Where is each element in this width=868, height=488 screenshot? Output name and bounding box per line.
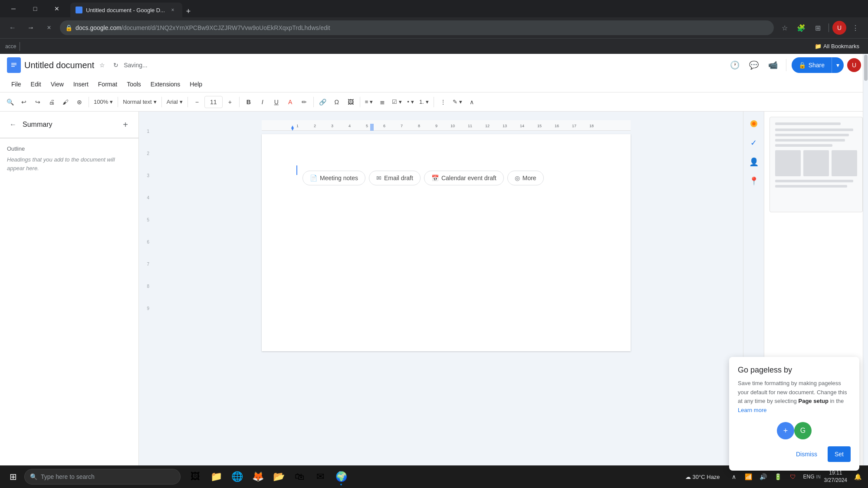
window-controls: ─ □ ✕ [3, 2, 67, 16]
menu-edit[interactable]: Edit [26, 78, 46, 90]
dismiss-button[interactable]: Dismiss [789, 446, 824, 462]
style-selector[interactable]: Normal text ▾ [121, 96, 158, 108]
security-button[interactable]: 🛡 [786, 470, 800, 484]
user-account-avatar[interactable]: U [847, 58, 861, 72]
notification-button[interactable]: 🔔 [851, 470, 865, 484]
search-toolbar-button[interactable]: 🔍 [3, 96, 16, 109]
sidebar-toggle-button[interactable]: ⊞ [810, 20, 825, 35]
hidden-icons-button[interactable]: ∧ [727, 470, 741, 484]
right-panel: Go pageless by Save time formatting by m… [764, 112, 868, 488]
calendar-event-chip[interactable]: 📅 Calendar event draft [424, 171, 504, 185]
menu-tools[interactable]: Tools [122, 78, 145, 90]
svg-text:17: 17 [572, 124, 576, 128]
tab-close-button[interactable]: × [168, 6, 177, 14]
history-button[interactable]: 🕐 [727, 57, 743, 73]
taskbar-clock[interactable]: 19:11 3/27/2024 [824, 469, 847, 484]
menu-extensions[interactable]: Extensions [146, 78, 184, 90]
meeting-notes-chip[interactable]: 📄 Meeting notes [302, 171, 365, 185]
extensions-button[interactable]: 🧩 [794, 20, 809, 35]
star-button[interactable]: ☆ [777, 20, 792, 35]
align-selector[interactable]: ≡ ▾ [363, 96, 375, 108]
active-tab[interactable]: Untitled document - Google D... × [70, 3, 182, 17]
taskbar-chrome[interactable]: 🌍 [332, 467, 351, 486]
copy-format-button[interactable]: ⊛ [73, 96, 86, 109]
menu-file[interactable]: File [7, 78, 26, 90]
print-button[interactable]: 🖨 [45, 96, 58, 109]
taskbar-store[interactable]: 🛍 [290, 467, 309, 486]
more-options-button[interactable]: ⋮ [437, 96, 450, 109]
weather-widget[interactable]: ☁ 30°C Haze [682, 474, 723, 480]
italic-button[interactable]: I [256, 96, 269, 109]
star-doc-button[interactable]: ☆ [96, 59, 108, 71]
text-color-button[interactable]: A [284, 96, 297, 109]
image-button[interactable]: 🖼 [344, 96, 357, 109]
taskbar-mail[interactable]: ✉ [311, 467, 330, 486]
bold-button[interactable]: B [242, 96, 255, 109]
underline-button[interactable]: U [270, 96, 283, 109]
minimize-button[interactable]: ─ [3, 2, 23, 16]
sync-button[interactable]: ↻ [110, 59, 122, 71]
font-selector[interactable]: Arial ▾ [164, 96, 185, 108]
set-button[interactable]: Set [828, 446, 851, 462]
link-button[interactable]: 🔗 [316, 96, 329, 109]
doc-page[interactable]: 📄 Meeting notes ✉ Email draft 📅 Calendar… [262, 134, 631, 351]
tasks-button[interactable]: ✓ [745, 134, 763, 152]
redo-button[interactable]: ↪ [31, 96, 44, 109]
taskbar-widgets[interactable]: 🖼 [186, 467, 205, 486]
sidebar-back-button[interactable]: ← [7, 119, 19, 131]
checklist-selector[interactable]: ☑ ▾ [390, 96, 404, 108]
close-button[interactable]: ✕ [47, 2, 67, 16]
numbering-selector[interactable]: 1. ▾ [417, 96, 431, 108]
zoom-selector[interactable]: 100% ▾ [92, 96, 115, 108]
gemini-button[interactable] [745, 115, 763, 132]
menu-format[interactable]: Format [94, 78, 122, 90]
sidebar-add-button[interactable]: + [119, 119, 132, 131]
font-size-minus-button[interactable]: − [191, 96, 204, 109]
address-bar[interactable]: 🔒 docs.google.com/document/d/1NQ2xYrnXPC… [60, 20, 774, 35]
battery-button[interactable]: 🔋 [771, 470, 785, 484]
bullets-selector[interactable]: • ▾ [405, 96, 416, 108]
taskbar-search[interactable]: 🔍 Type here to search [24, 469, 181, 485]
volume-button[interactable]: 🔊 [756, 470, 770, 484]
back-button[interactable]: ← [5, 20, 20, 35]
contacts-button[interactable]: 👤 [745, 153, 763, 171]
reload-button[interactable]: × [42, 20, 56, 35]
special-char-button[interactable]: Ω [330, 96, 343, 109]
line-spacing-button[interactable]: ≣ [376, 96, 389, 109]
share-button[interactable]: 🔒 Share [792, 57, 832, 73]
video-button[interactable]: 📹 [765, 57, 781, 73]
taskbar-file-explorer[interactable]: 📁 [207, 467, 226, 486]
doc-canvas-area[interactable]: 1 2 3 4 5 6 7 8 9 10 11 12 13 14 15 16 1 [149, 112, 743, 488]
all-bookmarks[interactable]: 📁 All Bookmarks [811, 41, 863, 51]
user-avatar[interactable]: U [832, 21, 846, 35]
paint-format-button[interactable]: 🖌 [59, 96, 72, 109]
scrollbar-thumb[interactable] [864, 55, 868, 81]
checklist-icon: ☑ [392, 99, 397, 105]
collapse-toolbar-button[interactable]: ∧ [465, 96, 478, 109]
network-icon-button[interactable]: 📶 [742, 470, 756, 484]
document-title[interactable]: Untitled document [24, 60, 94, 70]
font-size-display[interactable]: 11 [204, 96, 223, 108]
forward-button[interactable]: → [23, 20, 38, 35]
comments-button[interactable]: 💬 [746, 57, 762, 73]
start-button[interactable]: ⊞ [3, 467, 23, 486]
font-size-plus-button[interactable]: + [224, 96, 237, 109]
taskbar-firefox[interactable]: 🦊 [248, 467, 267, 486]
more-chip[interactable]: ◎ More [507, 171, 544, 185]
email-draft-chip[interactable]: ✉ Email draft [369, 171, 421, 185]
undo-button[interactable]: ↩ [17, 96, 30, 109]
share-dropdown-button[interactable]: ▾ [832, 57, 844, 73]
browser-menu-button[interactable]: ⋮ [848, 20, 863, 35]
menu-help[interactable]: Help [185, 78, 207, 90]
editing-icon: ✎ [453, 99, 457, 105]
menu-view[interactable]: View [46, 78, 68, 90]
menu-insert[interactable]: Insert [69, 78, 93, 90]
pageless-learn-more[interactable]: Learn more [738, 407, 766, 413]
taskbar-files[interactable]: 📂 [269, 467, 288, 486]
taskbar-edge[interactable]: 🌐 [227, 467, 247, 486]
editing-mode-selector[interactable]: ✎ ▾ [450, 96, 464, 108]
new-tab-button[interactable]: + [182, 5, 194, 17]
highlight-button[interactable]: ✏ [298, 96, 311, 109]
maps-button[interactable]: 📍 [745, 172, 763, 190]
maximize-button[interactable]: □ [25, 2, 45, 16]
